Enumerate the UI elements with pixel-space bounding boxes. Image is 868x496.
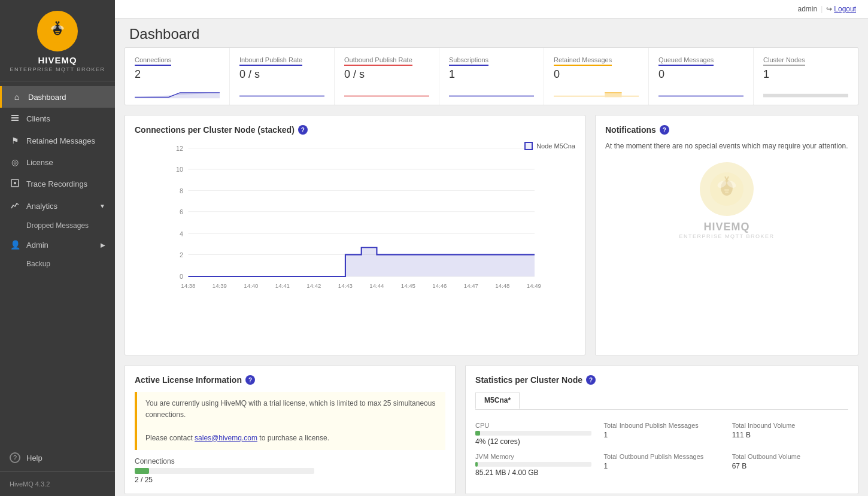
sidebar-item-trace-recordings[interactable]: Trace Recordings: [0, 173, 115, 195]
sidebar-item-clients[interactable]: Clients: [0, 108, 115, 130]
legend-label-node: Node M5Cna: [536, 142, 575, 150]
node-stat-jvm-memory: JVM Memory 85.21 MB / 4.00 GB: [475, 453, 591, 477]
svg-text:14:38: 14:38: [181, 282, 195, 289]
stat-connections-label: Connections: [135, 56, 171, 66]
connections-chart-card: Connections per Cluster Node (stacked) ?…: [125, 115, 585, 355]
stat-cluster-sparkline: [763, 84, 848, 99]
svg-text:4: 4: [180, 230, 183, 238]
help-label: Help: [26, 454, 43, 462]
sidebar-item-admin[interactable]: 👤 Admin ▶: [0, 234, 115, 255]
admin-expand-icon: ▶: [101, 242, 105, 248]
help-item[interactable]: ? Help: [0, 444, 115, 471]
svg-rect-11: [11, 117, 19, 118]
sidebar-item-dashboard[interactable]: ⌂ Dashboard: [0, 86, 115, 108]
sidebar-item-dropped-messages[interactable]: Dropped Messages: [0, 217, 115, 234]
connections-value: 2 / 25: [135, 476, 445, 484]
svg-point-14: [14, 182, 16, 184]
page-header: Dashboard: [115, 19, 868, 47]
chart-container: Node M5Cna 12 10 8: [135, 142, 575, 345]
sidebar-label-trace-recordings: Trace Recordings: [26, 179, 87, 188]
notifications-help-icon[interactable]: ?: [660, 125, 669, 135]
sidebar-label-license: License: [26, 158, 53, 167]
logo-circle: [37, 11, 78, 51]
row-three: Active License Information ? You are cur…: [125, 365, 858, 494]
svg-rect-24: [763, 94, 848, 98]
total-outbound-vol-value: 67 B: [732, 462, 848, 470]
logout-link[interactable]: ↪ Logout: [826, 5, 856, 13]
stat-subscriptions-value: 1: [449, 68, 534, 81]
stat-queued-sparkline: [658, 84, 743, 99]
jvm-bar: [475, 462, 478, 467]
svg-text:14:41: 14:41: [275, 282, 290, 289]
notif-logo-sub: ENTERPRISE MQTT BROKER: [679, 233, 775, 239]
node-tab-m5cna[interactable]: M5Cna*: [475, 392, 520, 409]
total-inbound-vol-label: Total Inbound Volume: [732, 422, 848, 429]
logo-sub: ENTERPRISE MQTT BROKER: [10, 66, 105, 72]
sidebar-label-backup: Backup: [26, 260, 50, 268]
cpu-bar: [475, 431, 480, 436]
license-warning: You are currently using HiveMQ with a tr…: [135, 392, 445, 450]
svg-rect-9: [56, 33, 59, 34]
help-icon: ?: [10, 452, 20, 463]
svg-text:14:47: 14:47: [464, 282, 478, 289]
analytics-icon: [10, 201, 20, 211]
notifications-message: At the moment there are no special event…: [605, 142, 848, 150]
node-stats-grid: CPU 4% (12 cores) Total Inbound Publish …: [475, 417, 848, 482]
stat-queued-messages: Queued Messages 0: [649, 48, 754, 105]
stat-queued-value: 0: [658, 68, 743, 81]
cluster-stats-help-icon[interactable]: ?: [586, 375, 596, 385]
stat-cluster-nodes: Cluster Nodes 1: [754, 48, 858, 105]
cpu-label: CPU: [475, 422, 591, 429]
sidebar-nav: ⌂ Dashboard Clients ⚑ Retained Messages …: [0, 81, 115, 444]
node-tabs: M5Cna*: [475, 392, 848, 410]
chart-title: Connections per Cluster Node (stacked) ?: [135, 125, 575, 135]
total-outbound-pub-label: Total Outbound Publish Messages: [603, 453, 720, 460]
svg-rect-58: [724, 189, 729, 191]
sidebar-label-analytics: Analytics: [26, 202, 57, 211]
jvm-label: JVM Memory: [475, 453, 591, 460]
svg-text:14:40: 14:40: [244, 282, 258, 289]
sidebar-item-analytics[interactable]: Analytics ▼: [0, 195, 115, 217]
sidebar-label-dropped-messages: Dropped Messages: [26, 221, 89, 230]
license-help-icon[interactable]: ?: [245, 375, 255, 385]
row-two: Connections per Cluster Node (stacked) ?…: [125, 115, 858, 355]
notifications-card: Notifications ? At the moment there are …: [595, 115, 858, 355]
license-email-link[interactable]: sales@hivemq.com: [195, 434, 257, 442]
node-stat-total-outbound-pub: Total Outbound Publish Messages 1: [603, 453, 720, 477]
notifications-title: Notifications ?: [605, 125, 848, 135]
notifications-logo: HIVEMQ ENTERPRISE MQTT BROKER: [605, 162, 848, 239]
bee-logo-icon: [44, 18, 71, 44]
total-inbound-pub-value: 1: [603, 431, 720, 439]
stat-inbound-label: Inbound Publish Rate: [239, 56, 302, 66]
svg-marker-39: [345, 248, 535, 276]
notif-bee-icon: [700, 162, 754, 216]
sidebar-item-license[interactable]: ◎ License: [0, 151, 115, 173]
svg-text:14:49: 14:49: [527, 282, 541, 289]
sidebar-item-retained-messages[interactable]: ⚑ Retained Messages: [0, 130, 115, 151]
svg-text:12: 12: [176, 145, 183, 152]
logo-name: HIVEMQ: [38, 55, 77, 65]
chart-help-icon[interactable]: ?: [298, 125, 308, 135]
stat-inbound-value: 0 / s: [239, 68, 324, 81]
svg-text:14:39: 14:39: [213, 282, 227, 289]
page-title: Dashboard: [129, 26, 854, 42]
license-warning-text1: You are currently using HiveMQ with a tr…: [145, 398, 437, 421]
sidebar-label-dashboard: Dashboard: [28, 93, 66, 102]
sidebar-item-backup[interactable]: Backup: [0, 255, 115, 272]
stats-row: Connections 2 Inbound Publish Rate 0 / s…: [125, 47, 858, 105]
sidebar-label-admin: Admin: [26, 241, 48, 249]
stat-connections-sparkline: [135, 84, 220, 99]
stat-subscriptions: Subscriptions 1: [439, 48, 544, 105]
svg-text:14:44: 14:44: [369, 282, 384, 289]
cpu-value: 4% (12 cores): [475, 437, 591, 446]
main-content: admin | ↪ Logout Dashboard Connections 2…: [115, 0, 868, 496]
version-text: HiveMQ 4.3.2: [10, 480, 50, 488]
svg-rect-10: [11, 115, 19, 116]
retained-messages-icon: ⚑: [10, 136, 20, 145]
notif-logo-name: HIVEMQ: [703, 221, 749, 233]
svg-text:14:42: 14:42: [306, 282, 321, 289]
jvm-bar-wrap: [475, 462, 591, 467]
svg-text:0: 0: [180, 273, 183, 280]
svg-text:8: 8: [180, 187, 183, 194]
svg-rect-12: [11, 120, 19, 121]
